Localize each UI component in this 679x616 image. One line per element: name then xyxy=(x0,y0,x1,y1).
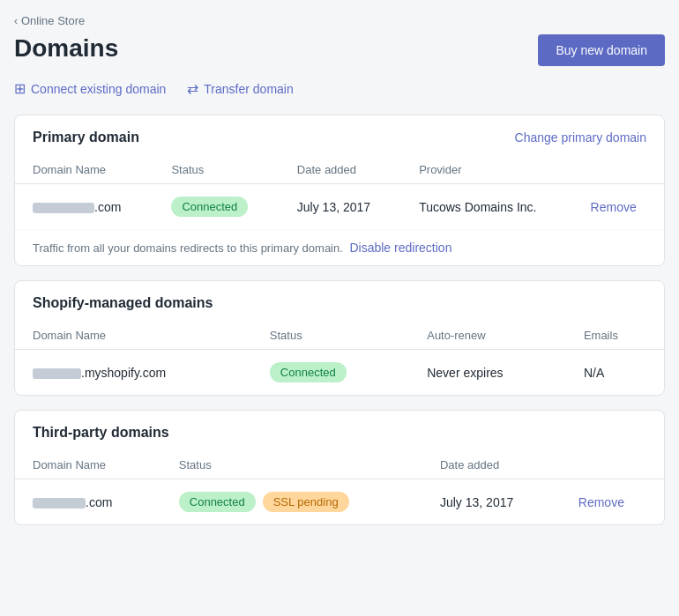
page-title: Domains xyxy=(14,34,118,63)
page-header: Domains Buy new domain xyxy=(14,34,665,66)
domain-name-cell: .com xyxy=(15,479,161,525)
domain-suffix: .com xyxy=(86,495,112,509)
third-party-domains-table: Domain Name Status Date added .com Co xyxy=(15,451,664,524)
auto-renew-cell: Never expires xyxy=(409,350,566,396)
primary-domain-title: Primary domain xyxy=(33,130,139,145)
connect-label: Connect existing domain xyxy=(31,82,166,96)
col-status: Status xyxy=(161,451,422,479)
domain-suffix: .myshopify.com xyxy=(81,366,166,380)
col-action xyxy=(561,451,664,479)
buy-new-domain-button[interactable]: Buy new domain xyxy=(538,34,665,66)
status-badges: Connected SSL pending xyxy=(179,492,405,512)
toolbar: ⊞ Connect existing domain ⇄ Transfer dom… xyxy=(14,80,665,97)
col-domain-name: Domain Name xyxy=(15,156,153,184)
provider-cell: Tucows Domains Inc. xyxy=(401,184,572,230)
action-cell: Remove xyxy=(561,479,664,525)
col-domain-name: Domain Name xyxy=(15,322,252,350)
domain-blur xyxy=(33,498,86,508)
status-cell: Connected xyxy=(153,184,279,230)
shopify-domains-table: Domain Name Status Auto-renew Emails .my… xyxy=(15,322,664,395)
shopify-domains-title: Shopify-managed domains xyxy=(33,295,213,311)
third-party-domains-card: Third-party domains Domain Name Status D… xyxy=(14,410,665,525)
footer-text: Traffic from all your domains redirects … xyxy=(33,241,343,255)
disable-redirection-button[interactable]: Disable redirection xyxy=(349,241,451,255)
table-row: .myshopify.com Connected Never expires N… xyxy=(15,350,664,396)
date-added-cell: July 13, 2017 xyxy=(280,184,401,230)
connected-badge: Connected xyxy=(179,492,256,512)
ssl-pending-badge: SSL pending xyxy=(263,492,349,512)
connect-existing-domain-button[interactable]: ⊞ Connect existing domain xyxy=(14,80,166,97)
status-cell: Connected SSL pending xyxy=(161,479,422,525)
col-auto-renew: Auto-renew xyxy=(409,322,566,350)
status-badge: Connected xyxy=(270,362,347,382)
col-provider: Provider xyxy=(401,156,572,184)
status-cell: Connected xyxy=(252,350,409,396)
table-row: .com Connected July 13, 2017 Tucows Doma… xyxy=(15,184,664,230)
col-date-added: Date added xyxy=(422,451,561,479)
col-status: Status xyxy=(252,322,409,350)
status-badge: Connected xyxy=(171,197,248,217)
domain-blur xyxy=(33,368,81,379)
col-status: Status xyxy=(153,156,279,184)
remove-third-party-domain-button[interactable]: Remove xyxy=(578,495,624,509)
transfer-icon: ⇄ xyxy=(187,80,198,97)
primary-domain-footer: Traffic from all your domains redirects … xyxy=(15,229,664,265)
action-cell: Remove xyxy=(573,184,664,230)
chevron-left-icon: ‹ xyxy=(14,15,18,27)
connect-icon: ⊞ xyxy=(14,80,26,97)
change-primary-domain-button[interactable]: Change primary domain xyxy=(515,130,646,145)
col-action xyxy=(573,156,664,184)
breadcrumb-label: Online Store xyxy=(21,14,85,27)
shopify-domains-header: Shopify-managed domains xyxy=(15,281,664,322)
primary-domain-table: Domain Name Status Date added Provider .… xyxy=(15,156,664,229)
domain-suffix: .com xyxy=(94,200,121,214)
domain-blur xyxy=(33,203,94,213)
domain-name-cell: .myshopify.com xyxy=(15,350,252,396)
table-row: .com Connected SSL pending July 13, 2017… xyxy=(15,479,664,525)
date-added-cell: July 13, 2017 xyxy=(422,479,561,525)
col-date-added: Date added xyxy=(280,156,401,184)
col-emails: Emails xyxy=(566,322,664,350)
remove-primary-domain-button[interactable]: Remove xyxy=(591,200,637,214)
transfer-domain-button[interactable]: ⇄ Transfer domain xyxy=(187,80,293,97)
col-domain-name: Domain Name xyxy=(15,451,161,479)
domain-name-cell: .com xyxy=(15,184,153,230)
shopify-domains-card: Shopify-managed domains Domain Name Stat… xyxy=(14,280,665,396)
third-party-domains-title: Third-party domains xyxy=(33,425,169,441)
breadcrumb[interactable]: ‹ Online Store xyxy=(14,14,665,27)
primary-domain-header: Primary domain Change primary domain xyxy=(15,115,664,156)
primary-domain-card: Primary domain Change primary domain Dom… xyxy=(14,115,665,266)
transfer-label: Transfer domain xyxy=(204,82,293,96)
third-party-domains-header: Third-party domains xyxy=(15,411,664,451)
emails-cell: N/A xyxy=(566,350,664,396)
